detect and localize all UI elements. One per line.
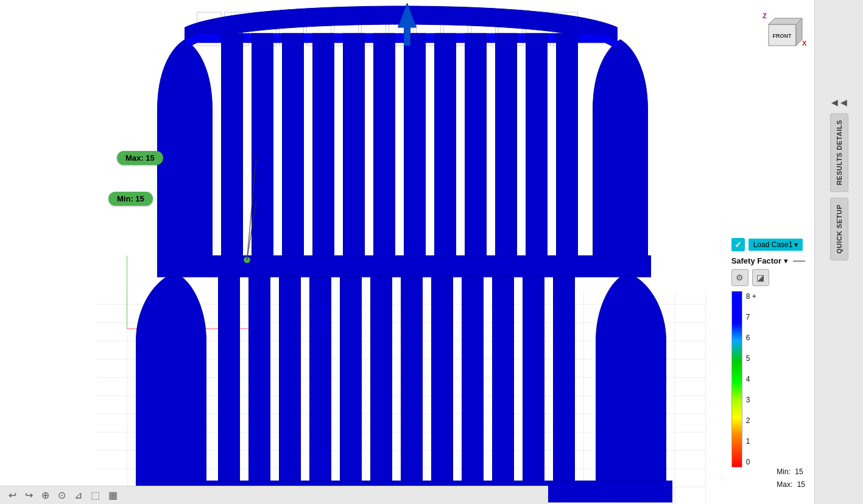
- x-axis-label: X: [802, 40, 807, 47]
- safety-factor-dropdown-arrow[interactable]: ▾: [784, 256, 788, 265]
- svg-rect-62: [280, 277, 301, 490]
- min-value: 15: [795, 467, 803, 476]
- svg-rect-57: [526, 33, 548, 271]
- load-case-button[interactable]: Load Case1 ▾: [749, 239, 803, 251]
- safety-factor-line: [793, 261, 805, 262]
- svg-rect-54: [435, 33, 456, 271]
- display-mode-icon-button[interactable]: ◪: [752, 269, 769, 286]
- svg-rect-60: [219, 277, 240, 490]
- scale-label-7: 7: [746, 313, 756, 321]
- bottom-toolbar: ↩ ↪ ⊕ ⊙ ⊿ ⬚ ▦: [0, 486, 548, 504]
- sidebar-tab-results-details[interactable]: RESULTS DETAILS: [830, 113, 848, 192]
- svg-rect-59: [158, 256, 651, 277]
- color-scale-labels: 8 + 7 6 5 4 3 2 1 0: [742, 291, 760, 467]
- z-axis-label: Z: [763, 12, 767, 19]
- checkmark-icon: ✓: [734, 240, 742, 250]
- svg-rect-55: [465, 33, 487, 271]
- scale-label-0: 0: [746, 458, 756, 466]
- svg-rect-49: [283, 33, 304, 271]
- load-case-label: Load Case1: [753, 240, 793, 249]
- scale-label-5: 5: [746, 354, 756, 363]
- svg-rect-47: [222, 33, 243, 271]
- toolbar-icon-undo[interactable]: ↩: [6, 488, 19, 502]
- scale-label-2: 2: [746, 416, 756, 425]
- min-value-row: Min: 15: [777, 466, 805, 479]
- scale-label-8plus: 8 +: [746, 292, 756, 301]
- scale-label-6: 6: [746, 334, 756, 342]
- svg-rect-64: [340, 277, 362, 490]
- scale-label-1: 1: [746, 437, 756, 446]
- collapse-left-arrow-2[interactable]: ◀: [840, 97, 847, 107]
- svg-rect-67: [432, 277, 453, 490]
- svg-rect-68: [462, 277, 484, 490]
- toolbar-icon-grid[interactable]: ▦: [106, 488, 120, 502]
- collapse-arrows[interactable]: ◀ ◀: [831, 97, 847, 107]
- right-sidebar-panel: ◀ ◀ RESULTS DETAILS QUICK SETUP: [814, 0, 863, 504]
- color-gradient-bar: [731, 291, 742, 467]
- max-value-row: Max: 15: [777, 478, 805, 492]
- collapse-left-arrow[interactable]: ◀: [831, 97, 838, 107]
- max-annotation-label: Max: 15: [117, 151, 163, 165]
- load-case-row: ✓ Load Case1 ▾: [731, 238, 805, 251]
- sidebar-tab-quick-setup[interactable]: QUICK SETUP: [830, 198, 848, 261]
- min-max-value-container: Min: 15 Max: 15: [777, 466, 805, 492]
- svg-rect-63: [310, 277, 331, 490]
- safety-factor-label: Safety Factor: [731, 256, 781, 265]
- max-label-text: Max:: [777, 480, 792, 489]
- svg-rect-71: [554, 277, 575, 490]
- max-value: 15: [797, 480, 805, 489]
- toolbar-icon-add[interactable]: ⊕: [39, 488, 52, 502]
- svg-rect-66: [401, 277, 423, 490]
- load-case-dropdown-icon: ▾: [794, 240, 798, 249]
- safety-factor-row: Safety Factor ▾: [731, 256, 805, 265]
- toolbar-icon-triangle[interactable]: ⊿: [72, 488, 85, 502]
- min-label-text: Min:: [777, 467, 791, 476]
- view-cube[interactable]: Z X FRONT: [759, 12, 808, 61]
- settings-icon-button[interactable]: ⚙: [731, 269, 749, 286]
- svg-rect-51: [343, 33, 365, 271]
- svg-rect-48: [252, 33, 273, 271]
- scale-label-4: 4: [746, 375, 756, 383]
- svg-rect-52: [374, 33, 395, 271]
- svg-rect-58: [557, 33, 578, 271]
- svg-rect-70: [523, 277, 544, 490]
- scale-label-3: 3: [746, 396, 756, 404]
- svg-rect-65: [371, 277, 392, 490]
- toolbar-icon-box[interactable]: ⬚: [88, 488, 102, 502]
- min-annotation-label: Min: 15: [108, 192, 153, 206]
- legend-icons-row: ⚙ ◪: [731, 269, 805, 286]
- load-case-checkbox-icon[interactable]: ✓: [731, 238, 745, 251]
- svg-rect-50: [313, 33, 334, 271]
- toolbar-icon-redo[interactable]: ↪: [23, 488, 35, 502]
- color-scale-container: 8 + 7 6 5 4 3 2 1 0: [731, 291, 805, 467]
- svg-rect-56: [496, 33, 517, 271]
- toolbar-icon-view[interactable]: ⊙: [55, 488, 68, 502]
- svg-rect-61: [249, 277, 270, 490]
- legend-panel: ✓ Load Case1 ▾ Safety Factor ▾ ⚙ ◪ 8 + 7…: [731, 238, 805, 467]
- view-cube-front-label: FRONT: [773, 33, 792, 39]
- svg-rect-53: [404, 33, 426, 271]
- svg-rect-69: [493, 277, 514, 490]
